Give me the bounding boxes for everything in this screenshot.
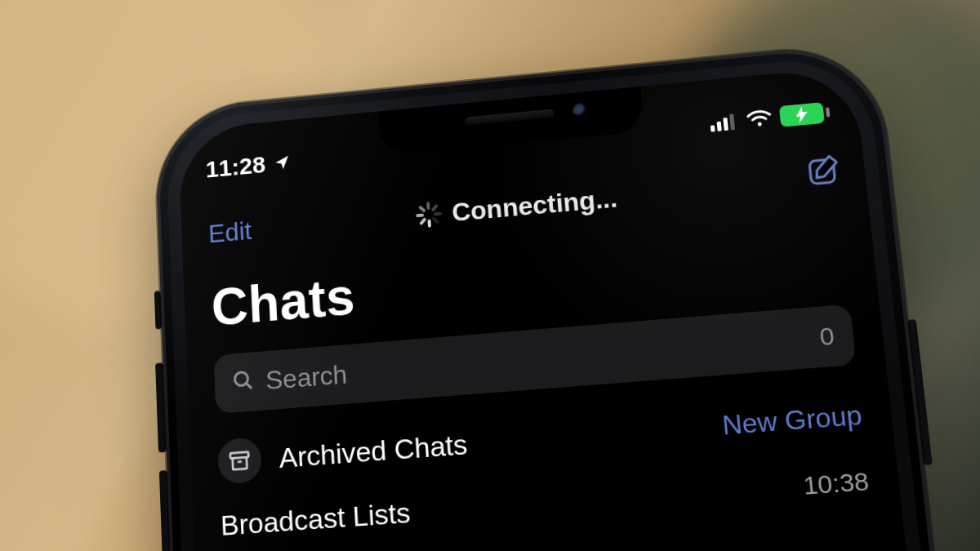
search-input[interactable] bbox=[265, 322, 809, 396]
phone-device: 11:28 bbox=[154, 42, 980, 551]
screen: 11:28 bbox=[178, 66, 980, 551]
svg-rect-2 bbox=[723, 118, 728, 131]
svg-rect-3 bbox=[729, 113, 735, 130]
search-count: 0 bbox=[818, 322, 835, 351]
chat-timestamp: 10:38 bbox=[802, 466, 871, 500]
spinner-icon bbox=[416, 202, 441, 228]
compose-icon bbox=[804, 152, 844, 191]
connecting-label: Connecting... bbox=[451, 183, 618, 227]
svg-rect-0 bbox=[710, 125, 715, 131]
compose-button[interactable] bbox=[790, 145, 845, 198]
wifi-icon bbox=[746, 109, 773, 128]
status-time: 11:28 bbox=[205, 151, 266, 183]
broadcast-label: Broadcast Lists bbox=[220, 496, 411, 542]
earpiece bbox=[466, 109, 555, 125]
cellular-signal-icon bbox=[710, 112, 740, 132]
new-group-button[interactable]: New Group bbox=[721, 399, 864, 441]
archived-label: Archived Chats bbox=[278, 428, 469, 474]
connecting-status: Connecting... bbox=[416, 183, 618, 230]
svg-point-4 bbox=[758, 122, 762, 127]
front-camera bbox=[572, 103, 588, 118]
svg-rect-1 bbox=[717, 122, 722, 131]
archive-box-icon bbox=[217, 437, 262, 485]
location-arrow-icon bbox=[273, 153, 291, 172]
battery-charging-icon bbox=[779, 102, 831, 127]
search-icon bbox=[232, 368, 256, 396]
edit-button[interactable]: Edit bbox=[207, 216, 252, 248]
